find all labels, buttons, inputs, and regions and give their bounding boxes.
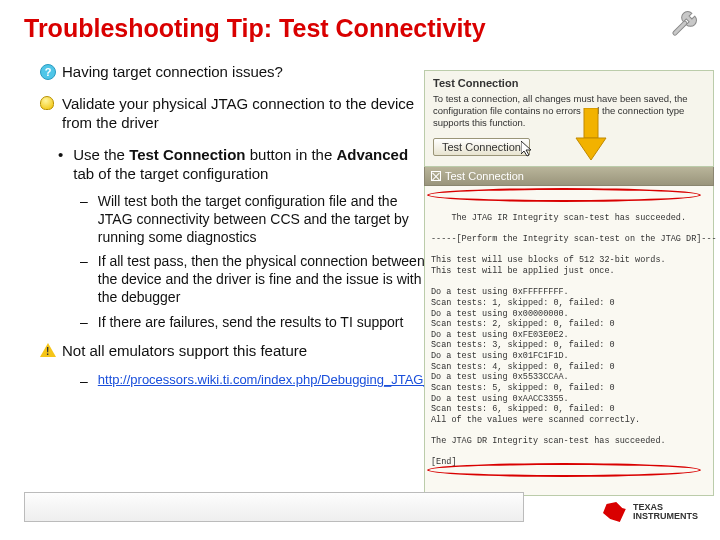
tip-text: Validate your physical JTAG connection t… [62,94,425,133]
highlight-ellipse [427,188,701,202]
console-output: The JTAG IR Integrity scan-test has succ… [424,186,714,497]
warning-text: Not all emulators support this feature [62,341,307,361]
lightbulb-icon [40,96,54,110]
warning-icon [40,343,56,357]
arrow-down-icon [572,108,610,168]
wrench-icon [662,6,702,50]
close-icon[interactable] [431,171,441,181]
ti-logo-text: TEXAS INSTRUMENTS [633,503,698,521]
panel-title: Test Connection [433,77,705,89]
result-panel-bar: Test Connection [424,167,714,186]
panel-description: To test a connection, all changes must h… [433,93,705,129]
highlight-ellipse [427,463,701,477]
test-connection-button[interactable]: Test Connection [433,138,530,156]
svg-marker-3 [521,141,531,156]
link-bullet: http://processors.wiki.ti.com/index.php/… [80,372,425,390]
ti-logo: TEXAS INSTRUMENTS [603,502,698,522]
content-body: ? Having target connection issues? Valid… [40,62,425,397]
slide-title: Troubleshooting Tip: Test Connectivity [0,0,720,43]
ti-logo-mark [603,502,627,522]
sub-bullet: Will test both the target configuration … [80,192,425,247]
sub-bullet: If there are failures, send the results … [80,313,425,331]
instruction-bullet: Use the Test Connection button in the Ad… [58,145,425,184]
sub-bullet: If all test pass, then the physical conn… [80,252,425,307]
panel-bar-title: Test Connection [445,170,524,182]
svg-marker-2 [576,138,606,160]
console-text: The JTAG IR Integrity scan-test has succ… [431,213,717,467]
svg-rect-1 [584,108,598,138]
footer-bar [24,492,524,522]
help-icon: ? [40,64,56,80]
svg-rect-0 [672,20,688,36]
question-text: Having target connection issues? [62,62,283,82]
screenshot-panel: Test Connection To test a connection, al… [424,70,714,496]
cursor-icon [521,141,533,161]
